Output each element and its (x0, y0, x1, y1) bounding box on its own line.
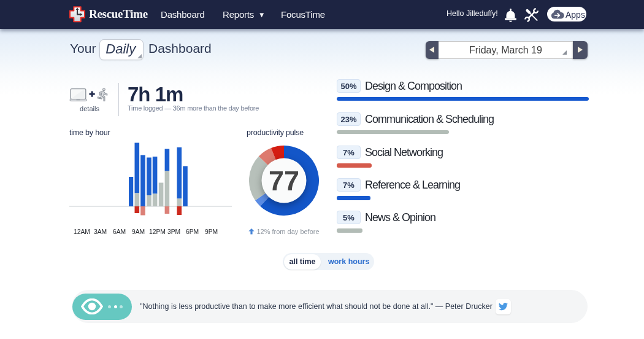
svg-text:77: 77 (269, 165, 299, 197)
